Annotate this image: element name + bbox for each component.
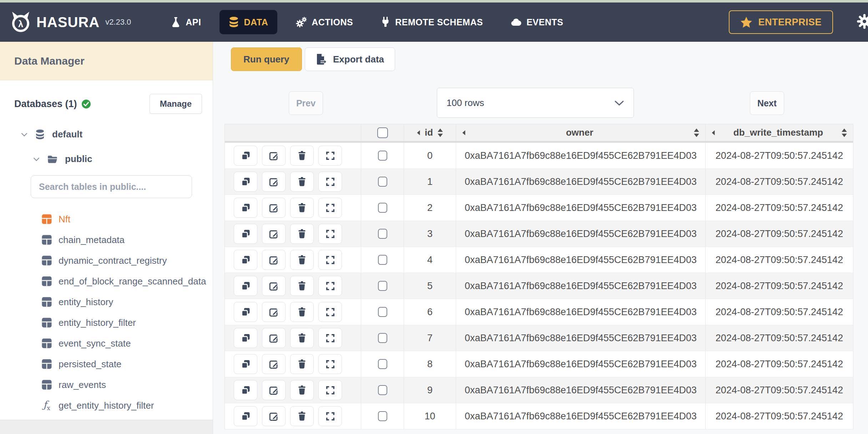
header-owner[interactable]: owner: [456, 124, 706, 141]
clone-row-button[interactable]: [234, 146, 257, 166]
row-checkbox[interactable]: [378, 203, 387, 213]
edit-row-button[interactable]: [262, 328, 286, 348]
tab-events[interactable]: EVENTS: [501, 10, 572, 34]
clone-row-button[interactable]: [234, 406, 257, 426]
row-checkbox[interactable]: [378, 151, 387, 161]
sidebar-table-item[interactable]: ƒx dynamic_contract_registry: [0, 250, 213, 271]
expand-row-button[interactable]: [318, 172, 342, 192]
export-data-button[interactable]: Export data: [305, 47, 395, 71]
edit-row-button[interactable]: [262, 380, 286, 400]
select-all-checkbox[interactable]: [377, 127, 388, 138]
delete-row-button[interactable]: [290, 276, 314, 296]
tree-node-schema[interactable]: public: [33, 153, 213, 165]
row-checkbox[interactable]: [378, 359, 387, 369]
row-checkbox[interactable]: [378, 281, 387, 291]
edit-row-button[interactable]: [262, 198, 286, 218]
row-checkbox[interactable]: [378, 411, 387, 421]
edit-row-button[interactable]: [262, 276, 286, 296]
sidebar-table-item[interactable]: ƒx raw_events: [0, 374, 213, 395]
row-checkbox[interactable]: [378, 333, 387, 343]
edit-row-button[interactable]: [262, 224, 286, 244]
row-checkbox[interactable]: [378, 255, 387, 265]
collapse-column-icon[interactable]: [462, 130, 466, 136]
tab-actions[interactable]: ACTIONS: [287, 10, 362, 34]
sidebar-table-item[interactable]: ƒx event_sync_state: [0, 333, 213, 354]
sidebar-table-item[interactable]: ƒx entity_history: [0, 292, 213, 312]
sidebar-table-item[interactable]: ƒx Nft: [0, 209, 213, 229]
delete-row-button[interactable]: [290, 380, 314, 400]
tab-remote-schemas[interactable]: REMOTE SCHEMAS: [372, 10, 492, 34]
row-actions: [225, 325, 361, 351]
sort-icon[interactable]: [841, 128, 847, 137]
clone-row-button[interactable]: [234, 380, 257, 400]
prev-page-button[interactable]: Prev: [289, 91, 323, 115]
sidebar-table-item[interactable]: ƒx persisted_state: [0, 354, 213, 374]
clone-row-button[interactable]: [234, 172, 257, 192]
edit-row-button[interactable]: [262, 146, 286, 166]
delete-row-button[interactable]: [290, 302, 314, 322]
clone-row-button[interactable]: [234, 250, 257, 270]
copy-icon: [241, 412, 251, 421]
delete-row-button[interactable]: [290, 172, 314, 192]
row-checkbox[interactable]: [378, 307, 387, 317]
tab-api[interactable]: API: [162, 10, 210, 34]
clone-row-button[interactable]: [234, 354, 257, 374]
edit-row-button[interactable]: [262, 354, 286, 374]
expand-row-button[interactable]: [318, 276, 342, 296]
delete-row-button[interactable]: [290, 198, 314, 218]
expand-row-button[interactable]: [318, 146, 342, 166]
edit-row-button[interactable]: [262, 250, 286, 270]
manage-button[interactable]: Manage: [150, 94, 202, 114]
settings-gear-icon[interactable]: [857, 14, 868, 31]
clone-row-button[interactable]: [234, 302, 257, 322]
table-icon: [41, 255, 52, 266]
run-query-button[interactable]: Run query: [231, 47, 302, 71]
expand-row-button[interactable]: [318, 406, 342, 426]
header-id[interactable]: id: [404, 124, 456, 141]
search-input[interactable]: [31, 175, 192, 198]
sort-icon[interactable]: [437, 128, 443, 137]
sidebar-table-item[interactable]: ƒx chain_metadata: [0, 229, 213, 250]
delete-row-button[interactable]: [290, 354, 314, 374]
expand-row-button[interactable]: [318, 302, 342, 322]
expand-row-button[interactable]: [318, 328, 342, 348]
hasura-logo[interactable]: λ HASURA: [11, 12, 100, 32]
clone-row-button[interactable]: [234, 328, 257, 348]
sidebar-table-item[interactable]: ƒx get_entity_history_filter: [0, 395, 213, 416]
expand-icon: [326, 333, 335, 343]
expand-row-button[interactable]: [318, 380, 342, 400]
edit-icon: [269, 151, 279, 161]
row-checkbox[interactable]: [378, 385, 387, 395]
collapse-column-icon[interactable]: [711, 130, 715, 136]
tab-data[interactable]: DATA: [219, 10, 277, 34]
next-page-button[interactable]: Next: [750, 91, 784, 115]
clone-row-button[interactable]: [234, 276, 257, 296]
cloud-icon: [511, 18, 521, 26]
sidebar-table-item[interactable]: ƒx entity_history_filter: [0, 312, 213, 333]
rows-per-page-select[interactable]: 100 rows: [437, 88, 634, 118]
edit-row-button[interactable]: [262, 406, 286, 426]
edit-row-button[interactable]: [262, 302, 286, 322]
enterprise-button[interactable]: ENTERPRISE: [729, 10, 833, 34]
row-checkbox[interactable]: [378, 229, 387, 239]
expand-row-button[interactable]: [318, 224, 342, 244]
header-db-write-timestamp[interactable]: db_write_timestamp: [706, 124, 853, 141]
table-icon: [41, 297, 52, 307]
expand-row-button[interactable]: [318, 198, 342, 218]
clone-row-button[interactable]: [234, 198, 257, 218]
collapse-column-icon[interactable]: [417, 130, 420, 136]
delete-row-button[interactable]: [290, 328, 314, 348]
sidebar-table-item[interactable]: ƒx end_of_block_range_scanned_data: [0, 271, 213, 292]
delete-row-button[interactable]: [290, 224, 314, 244]
tree-node-database[interactable]: default: [21, 129, 213, 140]
delete-row-button[interactable]: [290, 406, 314, 426]
clone-row-button[interactable]: [234, 224, 257, 244]
sort-icon[interactable]: [693, 128, 700, 137]
delete-row-button[interactable]: [290, 146, 314, 166]
edit-row-button[interactable]: [262, 172, 286, 192]
delete-row-button[interactable]: [290, 250, 314, 270]
expand-row-button[interactable]: [318, 250, 342, 270]
expand-row-button[interactable]: [318, 354, 342, 374]
sidebar-scrollbar-track[interactable]: [0, 420, 213, 434]
row-checkbox[interactable]: [378, 177, 387, 187]
